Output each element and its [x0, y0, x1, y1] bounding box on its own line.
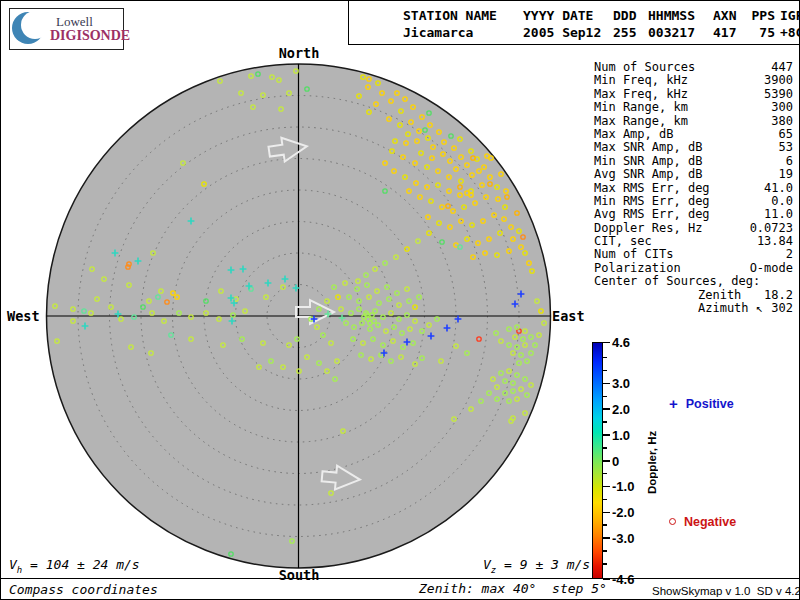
stat-row: Avg SNR Amp, dB19 [594, 168, 793, 181]
stat-row: Max SNR Amp, dB53 [594, 141, 793, 154]
stat-label: Num of CITs [594, 248, 673, 261]
colorbar-tick-label: 4.6 [612, 335, 630, 350]
colorbar-tick-label: 0 [612, 454, 619, 469]
stat-label: Azimuth ↖ [594, 302, 763, 315]
colorbar-axis-label: Doppler, Hz [646, 396, 661, 528]
header-column-value: 417 [713, 24, 741, 41]
colorbar-minor-tick [603, 473, 607, 475]
stat-label: Max Range, km [594, 115, 688, 128]
vz-symbol: V [483, 557, 491, 572]
vz-value: = 9 ± 3 m/s [496, 557, 590, 572]
stat-label: Center of Sources, deg: [594, 275, 760, 288]
stat-label: Num of Sources [594, 61, 695, 74]
colorbar-major-tick [603, 460, 610, 462]
colorbar-major-tick [603, 434, 610, 436]
vh-value: = 104 ± 24 m/s [22, 557, 139, 572]
colorbar-major-tick [603, 537, 610, 539]
stat-value: 300 [771, 101, 793, 114]
plus-marker-icon: + [669, 395, 678, 412]
colorbar-major-tick [603, 408, 610, 410]
header-column-label: IGP [780, 7, 800, 24]
colorbar-minor-tick [603, 499, 607, 501]
stat-value: 65 [779, 128, 793, 141]
stat-value: 18.2 [764, 289, 793, 302]
stat-value: 0.0723 [750, 222, 793, 235]
header-column-value: 003217 [648, 24, 703, 41]
header-column-value: 75 [745, 24, 775, 41]
vh-symbol: V [9, 557, 17, 572]
stat-value: O-mode [750, 262, 793, 275]
header-divider-horizontal [348, 44, 800, 45]
stat-row: Min SNR Amp, dB6 [594, 155, 793, 168]
colorbar-minor-tick [603, 421, 607, 423]
stat-row: Doppler Res, Hz0.0723 [594, 222, 793, 235]
compass-label-north: North [268, 45, 330, 61]
stat-value: 19 [779, 168, 793, 181]
colorbar-tick-label: -2.0 [612, 505, 634, 520]
legend-negative-label: Negative [684, 515, 736, 529]
header-column: STATION NAMEJicamarca [403, 7, 528, 41]
footer-divider [1, 578, 800, 579]
stat-value: 447 [771, 61, 793, 74]
colorbar-minor-tick [603, 524, 607, 526]
stat-row: Zenith18.2 [594, 289, 793, 302]
stat-label: Max Freq, kHz [594, 88, 688, 101]
stat-label: Min Range, km [594, 101, 688, 114]
header-column-value: Jicamarca [403, 24, 528, 41]
header-column-value: +8G [780, 24, 800, 41]
stat-value: 5390 [764, 88, 793, 101]
header-column-label: AXN [713, 7, 741, 24]
stat-value: 302 [771, 302, 793, 315]
stat-row: Num of Sources447 [594, 61, 793, 74]
zenith-range-note: Zenith: max 40° step 5° [419, 581, 607, 596]
colorbar-minor-tick [603, 357, 607, 359]
doppler-colorbar [592, 342, 603, 579]
colorbar-major-tick [603, 512, 610, 514]
stat-value: 53 [779, 141, 793, 154]
stat-row: Min Range, km300 [594, 101, 793, 114]
stat-label: Max Amp, dB [594, 128, 673, 141]
stat-row: CIT, sec13.84 [594, 235, 793, 248]
circle-marker-icon [669, 518, 676, 525]
stat-row: Min Freq, kHz3900 [594, 74, 793, 87]
stat-row: Center of Sources, deg: [594, 275, 793, 288]
header-column: HHMMSS003217 [648, 7, 703, 41]
legend-positive-label: Positive [686, 397, 734, 411]
header-column: YYYY DATE2005 Sep12 [523, 7, 613, 41]
stat-row: Max RMS Err, deg41.0 [594, 182, 793, 195]
stat-label: Max RMS Err, deg [594, 182, 710, 195]
stat-value: 41.0 [764, 182, 793, 195]
skymap-window: Lowell DIGISONDE STATION NAMEJicamarcaYY… [0, 0, 800, 600]
header-column-value: 2005 Sep12 [523, 24, 613, 41]
header-column-label: STATION NAME [403, 7, 528, 24]
colorbar-minor-tick [603, 447, 607, 449]
header-column-label: PPS [745, 7, 775, 24]
colorbar-major-tick [603, 486, 610, 488]
header-station-info: STATION NAMEJicamarcaYYYY DATE2005 Sep12… [1, 7, 799, 43]
statistics-panel: Num of Sources447Min Freq, kHz3900Max Fr… [594, 61, 793, 315]
compass-label-west: West [7, 308, 47, 324]
stat-value: 6 [786, 155, 793, 168]
software-version: ShowSkymap v 1.0 SD v 4.2 [652, 585, 800, 597]
coordinates-note: Compass coordinates [9, 582, 158, 597]
colorbar-tick-label: 1.0 [612, 428, 630, 443]
colorbar-tick-label: -3.0 [612, 531, 634, 546]
stat-row: Max Freq, kHz5390 [594, 88, 793, 101]
stat-row: Avg RMS Err, deg11.0 [594, 208, 793, 221]
stat-row: PolarizationO-mode [594, 262, 793, 275]
colorbar-tick-label: 3.0 [612, 376, 630, 391]
stat-value: 11.0 [764, 208, 793, 221]
stat-label: Min SNR Amp, dB [594, 155, 702, 168]
stat-row: Max Range, km380 [594, 115, 793, 128]
stat-value: 380 [771, 115, 793, 128]
stat-row: Min RMS Err, deg0.0 [594, 195, 793, 208]
colorbar-tick-label: -4.6 [612, 572, 634, 587]
stat-value: 2 [786, 248, 793, 261]
horizontal-velocity-readout: Vh = 104 ± 24 m/s [9, 557, 140, 575]
header-column: DDD255 [613, 7, 643, 41]
colorbar-minor-tick [603, 550, 607, 552]
stat-label: CIT, sec [594, 235, 652, 248]
stat-label: Zenith [594, 289, 741, 302]
stat-label: Max SNR Amp, dB [594, 141, 702, 154]
stat-label: Min RMS Err, deg [594, 195, 710, 208]
